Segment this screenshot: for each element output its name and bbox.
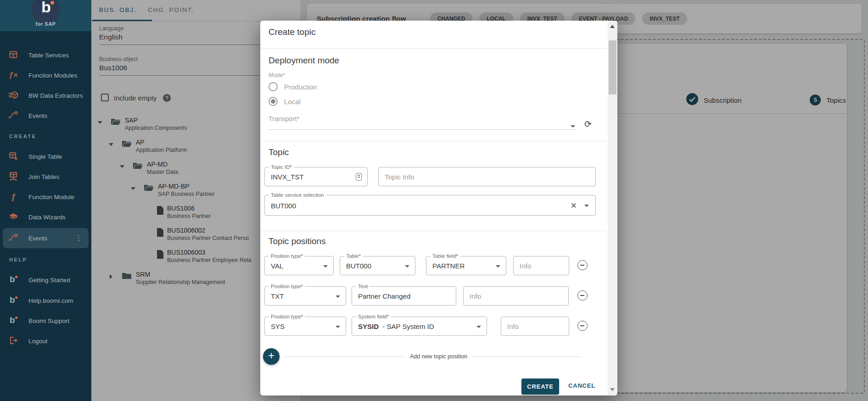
function-module-icon: ƒ — [8, 192, 18, 202]
table-service-selection-field[interactable]: Table service selection BUT000 ✕ — [264, 195, 596, 216]
table-field-select-1[interactable]: Table field* PARTNER — [426, 256, 506, 275]
system-field-desc: - SAP System ID — [382, 323, 434, 330]
sidebar-item-bw-data-extractors[interactable]: BW Data Extractors — [0, 85, 91, 106]
topic-positions-heading: Topic positions — [269, 236, 326, 246]
sidebar-item-single-table[interactable]: Single Table — [0, 146, 91, 167]
sidebar-item-function-module[interactable]: ƒ Function Module — [0, 187, 91, 207]
info-input[interactable] — [501, 317, 569, 335]
boomi-logo-dot — [50, 1, 54, 5]
dialog-title: Create topic — [269, 27, 315, 37]
dropdown-caret-icon[interactable] — [405, 265, 409, 267]
cancel-button[interactable]: CANCEL — [568, 382, 595, 389]
table-field-label: Table field* — [431, 253, 460, 259]
boomi-b-icon: b — [8, 316, 18, 326]
sidebar-item-events-create[interactable]: Events ⋮ — [3, 228, 89, 248]
join-tables-icon — [8, 172, 18, 182]
radio-production-icon[interactable] — [269, 82, 278, 91]
dropdown-caret-icon[interactable] — [323, 265, 328, 267]
info-field-1[interactable] — [513, 256, 569, 275]
text-field-2[interactable]: Text — [352, 286, 456, 306]
single-table-icon — [8, 151, 18, 162]
sidebar-item-label: Single Table — [28, 153, 62, 160]
table-service-dropdown-caret-icon[interactable] — [584, 205, 589, 207]
modal-scrollbar[interactable] — [608, 21, 617, 395]
sidebar-item-label: Boomi Support — [28, 317, 69, 324]
info-input[interactable] — [514, 256, 569, 275]
sidebar-item-label: Logout — [28, 338, 47, 345]
kebab-menu-icon[interactable]: ⋮ — [75, 234, 82, 242]
sidebar-item-function-modules[interactable]: ƒ× Function Modules — [0, 65, 91, 85]
sidebar-item-label: Function Modules — [28, 72, 78, 79]
table-value: BUT000 — [346, 262, 371, 270]
info-input[interactable] — [464, 287, 568, 305]
info-field-2[interactable] — [463, 286, 569, 306]
logout-icon — [8, 336, 18, 346]
transport-label: Transport* — [269, 115, 299, 123]
create-topic-dialog: Create topic Deployment mode Mode* Produ… — [260, 21, 617, 395]
clear-icon[interactable]: ✕ — [571, 201, 577, 211]
position-type-select-2[interactable]: Position type* TXT — [264, 286, 346, 306]
sidebar-item-join-tables[interactable]: Join Tables — [0, 167, 91, 187]
sidebar-item-data-wizards[interactable]: Data Wizards — [0, 207, 91, 227]
scroll-up-icon[interactable] — [610, 25, 615, 28]
system-field-select-3[interactable]: System field* SYSID - SAP System ID — [352, 317, 487, 336]
dropdown-caret-icon[interactable] — [476, 326, 481, 328]
transport-select-underline[interactable] — [269, 129, 577, 130]
sidebar-section-create: CREATE — [9, 134, 36, 139]
sidebar-item-label: Help.boomi.com — [28, 297, 73, 304]
sidebar-logo-area: b for SAP — [0, 0, 91, 31]
radio-local-icon[interactable] — [269, 97, 278, 106]
events-icon — [8, 233, 18, 243]
sidebar: b for SAP Table Services ƒ× Function Mod… — [0, 0, 91, 401]
position-type-label: Position type* — [269, 314, 305, 319]
app-root: b for SAP Table Services ƒ× Function Mod… — [0, 0, 868, 401]
topic-info-field[interactable] — [378, 167, 596, 186]
boomi-b-icon: b — [8, 275, 18, 285]
remove-row-icon[interactable] — [577, 260, 588, 270]
radio-local-row[interactable]: Local — [269, 96, 301, 107]
add-position-button[interactable]: + — [263, 348, 280, 365]
create-button[interactable]: CREATE — [521, 379, 559, 395]
sidebar-item-events[interactable]: Events — [0, 106, 91, 126]
remove-row-icon[interactable] — [577, 290, 588, 301]
text-input[interactable] — [352, 287, 456, 305]
scroll-down-icon[interactable] — [610, 388, 615, 391]
table-select-1[interactable]: Table* BUT000 — [340, 256, 415, 275]
topic-info-input[interactable] — [379, 167, 595, 186]
radio-local-label: Local — [284, 98, 301, 106]
add-position-line-left — [284, 356, 404, 357]
dropdown-caret-icon[interactable] — [336, 326, 340, 328]
sidebar-item-help-boomi-com[interactable]: b Help.boomi.com — [0, 290, 91, 311]
logo-subtitle: for SAP — [0, 21, 91, 27]
position-type-value: SYS — [271, 323, 285, 330]
topic-id-input[interactable] — [265, 167, 367, 186]
dropdown-caret-icon[interactable] — [336, 295, 340, 298]
function-modules-icon: ƒ× — [8, 70, 18, 80]
sidebar-item-label: Getting Started — [28, 277, 70, 284]
topic-heading: Topic — [269, 147, 289, 157]
bw-data-extractors-icon — [8, 90, 18, 100]
section-divider — [260, 141, 607, 141]
position-type-select-1[interactable]: Position type* VAL — [264, 256, 334, 275]
sidebar-item-logout[interactable]: Logout — [0, 331, 91, 351]
position-type-value: TXT — [271, 292, 284, 300]
sidebar-item-getting-started[interactable]: b Getting Started — [0, 270, 91, 290]
transport-refresh-icon[interactable]: ⟳ — [584, 119, 592, 129]
transport-dropdown-caret-icon[interactable] — [571, 125, 575, 128]
table-services-icon — [8, 50, 18, 60]
system-field-value: SYSID - SAP System ID — [358, 323, 434, 330]
remove-row-icon[interactable] — [577, 321, 588, 331]
mode-label: Mode* — [269, 72, 285, 78]
sidebar-section-help: HELP — [9, 257, 27, 262]
sidebar-item-label: Events — [28, 112, 47, 119]
sidebar-item-table-services[interactable]: Table Services — [0, 45, 91, 65]
topic-id-field[interactable]: Topic ID* — [264, 167, 368, 186]
system-field-label: System field* — [356, 314, 391, 319]
char-counter-icon — [356, 173, 362, 181]
dropdown-caret-icon[interactable] — [496, 265, 500, 267]
radio-production-row[interactable]: Production — [269, 81, 317, 92]
sidebar-item-boomi-support[interactable]: b Boomi Support — [0, 311, 91, 331]
info-field-3[interactable] — [501, 317, 569, 336]
scrollbar-thumb[interactable] — [609, 40, 616, 95]
position-type-select-3[interactable]: Position type* SYS — [264, 317, 346, 336]
